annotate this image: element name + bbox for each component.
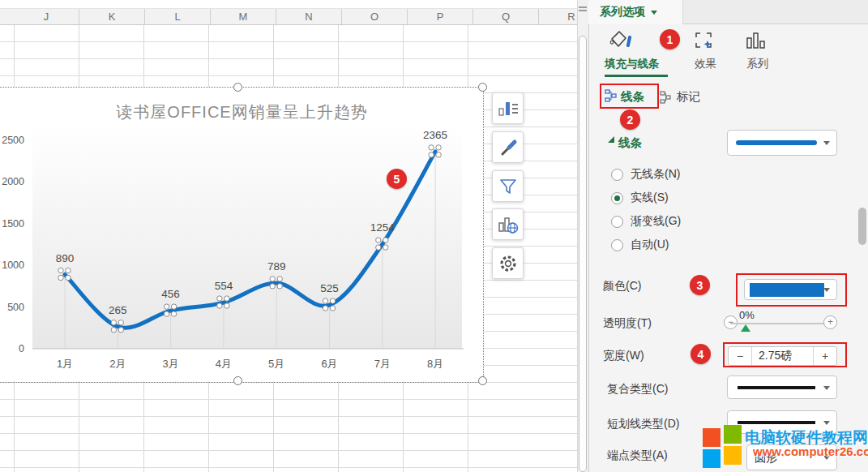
data-point-handle[interactable] — [217, 296, 222, 301]
app-window: JKLMNOPQR 050010001500200025001月2月3月4月5月… — [0, 0, 868, 472]
resize-handle-bottom-right[interactable] — [478, 376, 487, 385]
data-point-handle[interactable] — [330, 298, 335, 303]
width-value[interactable]: 2.75磅 — [752, 347, 813, 365]
step-badge-2: 2 — [620, 109, 640, 130]
chevron-down-icon — [823, 386, 830, 390]
color-dropdown[interactable] — [744, 279, 837, 300]
data-point-handle[interactable] — [58, 268, 63, 272]
column-header[interactable]: P — [408, 9, 473, 24]
pane-scrollbar-thumb[interactable] — [858, 208, 866, 245]
data-point-handle[interactable] — [270, 277, 275, 281]
data-point-handle[interactable] — [66, 275, 71, 280]
radio-icon[interactable] — [611, 239, 623, 251]
dash-type-dropdown[interactable] — [727, 410, 837, 434]
width-label: 宽度(W) — [603, 349, 644, 363]
column-header[interactable]: K — [79, 9, 145, 24]
line-org-icon — [605, 89, 618, 103]
radio-icon[interactable] — [611, 169, 623, 181]
radio-no-line[interactable]: 无线条(N) — [611, 167, 680, 182]
marker-org-icon[interactable] — [660, 91, 672, 107]
column-header[interactable]: L — [145, 9, 211, 24]
step-badge-4: 4 — [691, 344, 711, 364]
data-point-handle[interactable] — [277, 277, 282, 281]
data-point-handle[interactable] — [330, 306, 335, 311]
tab-series[interactable] — [746, 31, 768, 54]
line-chart[interactable]: 050010001500200025001月2月3月4月5月6月7月8月8902… — [0, 87, 484, 381]
column-header[interactable]: O — [342, 9, 408, 24]
column-header[interactable]: Q — [473, 9, 539, 24]
column-header[interactable]: N — [276, 9, 342, 24]
tab-fill-line-label[interactable]: 填充与线条 — [605, 57, 660, 71]
chart-filters-button[interactable] — [492, 170, 524, 202]
data-point-handle[interactable] — [224, 303, 229, 308]
column-header[interactable]: R — [539, 9, 577, 24]
subtab-line[interactable] — [605, 89, 618, 106]
resize-handle-top-right[interactable] — [478, 83, 487, 92]
data-point-handle[interactable] — [111, 320, 116, 325]
data-point-handle[interactable] — [118, 328, 123, 333]
tab-fill-line[interactable] — [606, 29, 632, 55]
width-plus-button[interactable]: + — [813, 347, 836, 365]
width-stepper[interactable]: − 2.75磅 + — [728, 346, 837, 366]
tab-effects[interactable] — [694, 31, 716, 54]
chart-styles-button[interactable] — [492, 131, 524, 163]
svg-text:5月: 5月 — [268, 358, 284, 370]
data-point-handle[interactable] — [436, 145, 441, 150]
radio-automatic[interactable]: 自动(U) — [611, 238, 669, 252]
sheet-scrollbar-thumb[interactable] — [579, 36, 587, 472]
data-point-handle[interactable] — [429, 145, 434, 150]
data-point-handle[interactable] — [171, 304, 176, 309]
data-label: 265 — [109, 304, 127, 316]
data-point-handle[interactable] — [376, 245, 381, 250]
svg-text:7月: 7月 — [374, 358, 391, 370]
funnel-icon — [498, 178, 518, 195]
data-point-handle[interactable] — [58, 275, 63, 280]
series-options-dropdown[interactable]: 系列选项 — [588, 0, 683, 24]
move-chart-button[interactable] — [492, 208, 524, 240]
tab-effects-label[interactable]: 效果 — [695, 57, 716, 71]
radio-icon[interactable] — [611, 216, 623, 228]
data-point-handle[interactable] — [323, 306, 327, 311]
resize-handle-bottom[interactable] — [233, 376, 242, 385]
data-point-handle[interactable] — [383, 238, 388, 242]
transparency-plus-button[interactable]: + — [823, 315, 837, 329]
svg-text:3月: 3月 — [162, 358, 178, 370]
data-point-handle[interactable] — [164, 311, 169, 316]
width-minus-button[interactable]: − — [729, 347, 752, 365]
data-point-handle[interactable] — [111, 328, 116, 333]
radio-gradient-line[interactable]: 渐变线(G) — [611, 214, 681, 229]
compound-type-dropdown[interactable] — [727, 375, 837, 399]
svg-text:1000: 1000 — [2, 260, 24, 271]
resize-handle-top[interactable] — [233, 83, 242, 92]
line-preview-dropdown[interactable] — [727, 130, 837, 156]
data-point-handle[interactable] — [323, 298, 327, 303]
data-point-handle[interactable] — [217, 303, 222, 308]
slider-thumb-icon[interactable] — [741, 324, 750, 332]
data-point-handle[interactable] — [429, 152, 434, 157]
data-point-handle[interactable] — [277, 284, 282, 289]
chart-settings-button[interactable] — [492, 247, 524, 279]
transparency-value: 0% — [739, 309, 755, 321]
chart-elements-button[interactable] — [492, 92, 524, 124]
svg-text:1月: 1月 — [57, 358, 73, 370]
collapse-wedge-icon[interactable] — [608, 136, 614, 143]
subtab-marker-label[interactable]: 标记 — [677, 89, 700, 105]
column-header[interactable]: J — [14, 9, 79, 24]
subtab-line-label[interactable]: 线条 — [621, 89, 644, 105]
data-point-handle[interactable] — [164, 304, 169, 309]
data-point-handle[interactable] — [224, 296, 229, 301]
data-point-handle[interactable] — [436, 152, 441, 157]
data-point-handle[interactable] — [171, 311, 176, 316]
data-point-handle[interactable] — [383, 245, 388, 250]
data-point-handle[interactable] — [66, 268, 71, 272]
data-point-handle[interactable] — [376, 238, 381, 242]
cap-type-dropdown[interactable]: 圆形 — [746, 444, 837, 470]
data-point-handle[interactable] — [270, 284, 275, 289]
tab-series-label[interactable]: 系列 — [746, 57, 768, 71]
chart-area[interactable]: 050010001500200025001月2月3月4月5月6月7月8月8902… — [0, 87, 484, 381]
column-header[interactable]: M — [211, 9, 276, 24]
radio-icon[interactable] — [611, 192, 623, 204]
radio-solid-line[interactable]: 实线(S) — [611, 191, 669, 205]
scrollbar-split-handle[interactable] — [579, 5, 587, 13]
data-point-handle[interactable] — [118, 320, 123, 325]
